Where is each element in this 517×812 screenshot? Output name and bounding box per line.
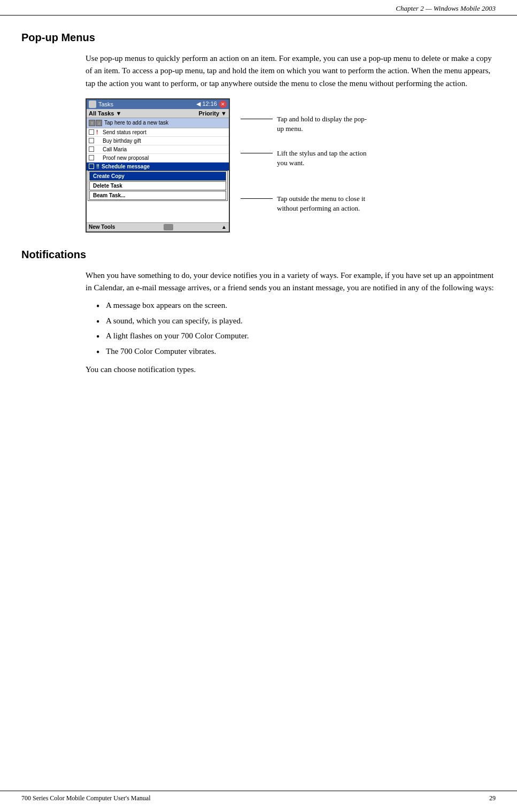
bottom-nav[interactable]: New Tools <box>89 224 115 230</box>
keyboard-icon[interactable] <box>164 224 173 230</box>
bullet-text-1: A message box appears on the screen. <box>106 301 227 310</box>
notifications-closing: You can choose notification types. <box>86 364 496 376</box>
add-task-label[interactable]: Tap here to add a new task <box>104 120 168 126</box>
main-content: Pop-up Menus Use pop-up menus to quickly… <box>0 16 517 414</box>
scroll-up-icon[interactable]: ▲ <box>221 224 227 230</box>
titlebar-left: Tasks <box>89 100 113 108</box>
task-text-5: Schedule message <box>102 164 150 169</box>
footer-left: 700 Series Color Mobile Computer User's … <box>21 794 150 802</box>
list-item: A sound, which you can specify, is playe… <box>96 315 496 327</box>
device-screen: Tasks ◀ 12:16 ✕ All Tasks ▼ Priority ▼ !… <box>86 98 230 233</box>
list-item: A light flashes on your 700 Color Comput… <box>96 330 496 342</box>
callout-line-2 <box>241 153 273 153</box>
list-item: Proof new proposal <box>87 154 229 163</box>
screen-bottombar: New Tools ▲ <box>87 222 229 231</box>
popup-menus-body: Use pop-up menus to quickly perform an a… <box>86 52 496 90</box>
all-tasks-dropdown[interactable]: All Tasks ▼ <box>89 110 121 117</box>
bullet-text-3: A light flashes on your 700 Color Comput… <box>106 331 249 340</box>
bullet-text-4: The 700 Color Computer vibrates. <box>106 347 216 355</box>
screen-title: Tasks <box>98 101 113 107</box>
screen-titlebar: Tasks ◀ 12:16 ✕ <box>87 99 229 109</box>
list-item: Buy birthday gift <box>87 137 229 145</box>
screen-toolbar: All Tasks ▼ Priority ▼ <box>87 109 229 118</box>
selected-task-row: ‼ Schedule message <box>87 163 229 171</box>
task-checkbox-4[interactable] <box>89 155 94 160</box>
tasks-app-icon <box>89 100 96 108</box>
callout-line-1 <box>241 119 273 119</box>
task-text-2: Buy birthday gift <box>103 138 141 144</box>
popup-menu: Create Copy Delete Task Beam Task... <box>88 171 228 201</box>
notifications-intro: When you have something to do, your devi… <box>86 269 496 295</box>
callout-line-3 <box>241 198 273 199</box>
popup-beam-task[interactable]: Beam Task... <box>89 191 226 200</box>
titlebar-right: ◀ 12:16 ✕ <box>196 100 227 108</box>
notifications-section: Notifications When you have something to… <box>21 249 496 376</box>
footer-right: 29 <box>489 794 496 802</box>
list-item: A message box appears on the screen. <box>96 299 496 312</box>
sort-up-icon[interactable]: ! <box>89 120 95 126</box>
add-task-row[interactable]: ! ↓ Tap here to add a new task <box>87 118 229 128</box>
popup-delete-task[interactable]: Delete Task <box>89 181 226 190</box>
close-icon[interactable]: ✕ <box>219 100 227 108</box>
priority-dropdown[interactable]: Priority ▼ <box>199 110 227 117</box>
list-item: Call Maria <box>87 145 229 154</box>
callout-3: Tap outside the menu to close it without… <box>241 194 373 213</box>
header-chapter: Chapter 2 — Windows Mobile 2003 <box>396 4 496 13</box>
screen-time: ◀ 12:16 <box>196 100 217 107</box>
task-priority-5: ‼ <box>96 164 99 169</box>
task-text-3: Call Maria <box>103 146 127 152</box>
callout-2: Lift the stylus and tap the action you w… <box>241 149 373 168</box>
sort-buttons: ! ↓ <box>89 120 102 126</box>
page-footer: 700 Series Color Mobile Computer User's … <box>0 791 517 802</box>
list-item: The 700 Color Computer vibrates. <box>96 345 496 358</box>
callout-text-3: Tap outside the menu to close it without… <box>277 194 373 213</box>
task-priority-1: ! <box>96 129 101 135</box>
popup-menus-heading: Pop-up Menus <box>21 32 496 44</box>
list-item: ! Send status report <box>87 128 229 137</box>
callout-text-2: Lift the stylus and tap the action you w… <box>277 149 373 168</box>
bullet-text-2: A sound, which you can specify, is playe… <box>106 316 243 325</box>
task-text-4: Proof new proposal <box>103 155 149 161</box>
screenshot-container: Tasks ◀ 12:16 ✕ All Tasks ▼ Priority ▼ !… <box>86 98 496 233</box>
popup-create-copy[interactable]: Create Copy <box>89 172 226 181</box>
page-header: Chapter 2 — Windows Mobile 2003 <box>0 0 517 16</box>
task-checkbox-5[interactable] <box>89 164 94 169</box>
task-text-1: Send status report <box>103 129 146 135</box>
task-checkbox-1[interactable] <box>89 129 94 135</box>
task-checkbox-2[interactable] <box>89 138 94 143</box>
empty-space <box>87 201 229 222</box>
notifications-heading: Notifications <box>21 249 496 261</box>
callouts-container: Tap and hold to display the pop-up menu.… <box>230 98 373 213</box>
callout-1: Tap and hold to display the pop-up menu. <box>241 114 373 134</box>
sort-down-icon[interactable]: ↓ <box>96 120 102 126</box>
callout-text-1: Tap and hold to display the pop-up menu. <box>277 114 373 134</box>
task-checkbox-3[interactable] <box>89 146 94 152</box>
task-list: ! Send status report Buy birthday gift C… <box>87 128 229 222</box>
notifications-bullet-list: A message box appears on the screen. A s… <box>96 299 496 357</box>
